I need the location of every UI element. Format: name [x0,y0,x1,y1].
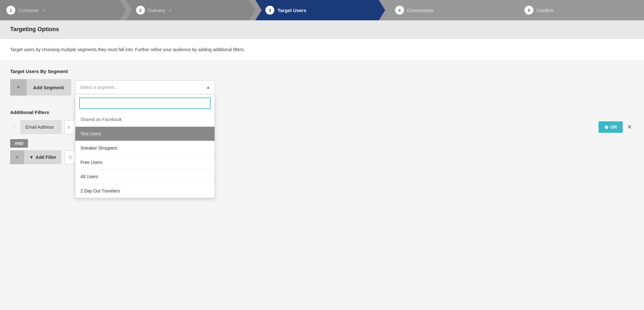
step-delivery[interactable]: 2 Delivery ✓ [126,0,256,20]
email-filter-label: Email Address [20,120,62,134]
step-number-2: 2 [136,6,145,15]
segment-section: Target Users By Segment + Add Segment Se… [0,61,644,103]
description-text: Target users by choosing multiple segmen… [10,46,634,53]
dropdown-item-2-day-out-travelers[interactable]: 2 Day Out Travelers [75,184,215,198]
dropdown-item-test-users[interactable]: Test Users [75,127,215,141]
step-compose[interactable]: 1 Compose ✓ [0,0,126,20]
or-button-label: OR [610,125,617,130]
add-segment-row: + Add Segment Select a segment... ▲ Shar… [10,79,634,96]
step-label-conversions: Conversions [407,8,434,13]
step-number-4: 4 [395,6,404,15]
or-button[interactable]: ⊕ OR [599,121,623,133]
segment-dropdown-panel: Shared on Facebook Test Users Sneaker Sh… [75,94,215,198]
step-number-1: 1 [6,6,15,15]
dropdown-item-sneaker-shoppers[interactable]: Sneaker Shoppers [75,141,215,155]
add-segment-label: Add Segment [27,79,71,96]
targeting-options-title: Targeting Options [10,26,634,33]
step-number-5: 5 [524,6,533,15]
dropdown-search-container [75,94,215,112]
and-badge-label: AND [10,139,28,148]
filter-icon: ▼ [29,155,34,160]
remove-filter-button[interactable]: ✕ [625,124,634,131]
check-icon-2: ✓ [168,7,173,13]
stepper: 1 Compose ✓ 2 Delivery ✓ 3 Target Users … [0,0,644,20]
step-label-compose: Compose [18,8,39,13]
plus-circle-icon: ⊕ [604,124,608,130]
page-content: Targeting Options Target users by choosi… [0,20,644,310]
segment-section-title: Target Users By Segment [10,69,634,74]
step-label-delivery: Delivery [148,8,165,13]
segment-select-button[interactable]: Select a segment... ▲ [75,80,215,94]
chevron-up-icon: ▲ [206,85,210,90]
targeting-options-header: Targeting Options [0,20,644,39]
dropdown-item-free-users[interactable]: Free Users [75,155,215,170]
dropdown-item-all-users[interactable]: All Users [75,170,215,184]
drag-handle-icon[interactable]: ⋮ [10,124,18,130]
dropdown-item-shared-on-facebook[interactable]: Shared on Facebook [75,112,215,127]
step-label-confirm: Confirm [537,8,553,13]
add-filter-plus-button[interactable]: + [10,150,24,164]
step-number-3: 3 [265,6,274,15]
step-label-target-users: Target Users [277,8,306,13]
add-filter-text: Add Filter [36,155,56,160]
description-section: Target users by choosing multiple segmen… [0,39,644,61]
step-conversions[interactable]: 4 Conversions [385,0,515,20]
segment-dropdown-list: Shared on Facebook Test Users Sneaker Sh… [75,112,215,198]
check-icon-1: ✓ [42,7,46,13]
step-confirm[interactable]: 5 Confirm [514,0,644,20]
step-target-users[interactable]: 3 Target Users [255,0,385,20]
segment-select-placeholder: Select a segment... [80,85,118,90]
segment-search-input[interactable] [79,98,211,109]
add-filter-label: ▼ Add Filter [24,150,61,164]
add-segment-plus-button[interactable]: + [10,79,27,96]
segment-dropdown-wrapper: Select a segment... ▲ Shared on Facebook… [75,80,215,94]
